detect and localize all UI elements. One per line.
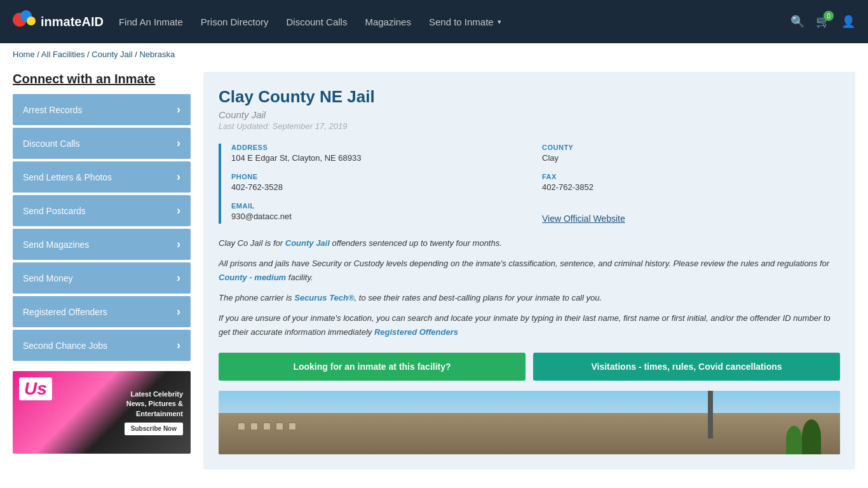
sidebar-arrow-icon: ›: [177, 137, 180, 150]
photo-building: [219, 413, 840, 454]
sidebar-btn-second-chance-jobs[interactable]: Second Chance Jobs ›: [13, 330, 191, 361]
desc-p4: If you are unsure of your inmate's locat…: [219, 311, 840, 339]
sidebar-arrow-icon: ›: [177, 204, 180, 217]
sidebar-btn-label: Send Postcards: [23, 206, 86, 216]
nav-find-inmate[interactable]: Find An Inmate: [119, 17, 183, 27]
facility-subtitle: County Jail: [219, 109, 840, 120]
fax-value: 402-762-3852: [542, 182, 840, 192]
main-nav: Find An Inmate Prison Directory Discount…: [119, 17, 775, 27]
sidebar-ad[interactable]: Us Latest Celebrity News, Pictures & Ent…: [13, 371, 191, 454]
sidebar-btn-send-magazines[interactable]: Send Magazines ›: [13, 229, 191, 260]
sidebar-arrow-icon: ›: [177, 103, 180, 116]
logo[interactable]: inmateAID: [13, 10, 104, 33]
sidebar-btn-registered-offenders[interactable]: Registered Offenders ›: [13, 296, 191, 327]
photo-sky: [219, 391, 840, 416]
sidebar-btn-send-money[interactable]: Send Money ›: [13, 262, 191, 294]
fax-block: FAX 402-762-3852: [542, 173, 840, 192]
ad-line3: Entertainment: [125, 409, 183, 419]
ad-line1: Latest Celebrity: [125, 390, 183, 399]
email-block: EMAIL 930@datacc.net: [231, 202, 529, 224]
cart-icon[interactable]: 🛒 0: [816, 15, 830, 29]
phone-label: PHONE: [231, 173, 529, 180]
address-label: ADDRESS: [231, 144, 529, 151]
action-buttons: Looking for an inmate at this facility? …: [219, 353, 840, 381]
content-panel: Clay County NE Jail County Jail Last Upd…: [203, 72, 855, 470]
facility-photo: [219, 391, 840, 454]
facility-title: Clay County NE Jail: [219, 87, 840, 107]
desc-p3: The phone carrier is Securus Tech®, to s…: [219, 291, 840, 305]
sidebar-btn-arrest-records[interactable]: Arrest Records ›: [13, 94, 191, 125]
breadcrumb-nebraska[interactable]: Nebraska: [139, 50, 175, 59]
county-label: COUNTY: [542, 144, 840, 151]
county-block: COUNTY Clay: [542, 144, 840, 163]
sidebar-btn-label: Registered Offenders: [23, 307, 107, 317]
county-value: Clay: [542, 153, 840, 163]
sidebar-arrow-icon: ›: [177, 305, 180, 318]
cart-badge: 0: [824, 11, 834, 21]
info-grid: ADDRESS 104 E Edgar St, Clayton, NE 6893…: [231, 144, 840, 224]
nav-discount-calls[interactable]: Discount Calls: [287, 17, 348, 27]
sidebar-btn-label: Discount Calls: [23, 139, 79, 149]
sidebar-btn-label: Arrest Records: [23, 105, 82, 115]
breadcrumb-all-facilities[interactable]: All Facilities: [41, 50, 85, 59]
sidebar-title: Connect with an Inmate: [13, 72, 191, 86]
email-label: EMAIL: [231, 202, 529, 210]
user-icon[interactable]: 👤: [841, 15, 855, 29]
sidebar-arrow-icon: ›: [177, 238, 180, 251]
header: inmateAID Find An Inmate Prison Director…: [0, 0, 868, 43]
ad-subscribe-btn[interactable]: Subscribe Now: [125, 423, 183, 435]
sidebar-btn-label: Send Magazines: [23, 240, 89, 250]
sidebar: Connect with an Inmate Arrest Records › …: [13, 72, 191, 470]
sidebar-btn-discount-calls[interactable]: Discount Calls ›: [13, 128, 191, 159]
breadcrumb-county-jail[interactable]: County Jail: [92, 50, 132, 59]
sidebar-arrow-icon: ›: [177, 271, 180, 285]
sidebar-btn-label: Second Chance Jobs: [23, 341, 107, 351]
last-updated: Last Updated: September 17, 2019: [219, 121, 840, 131]
sidebar-btn-send-postcards[interactable]: Send Postcards ›: [13, 195, 191, 226]
phone-value: 402-762-3528: [231, 182, 529, 192]
breadcrumb: Home / All Facilities / County Jail / Ne…: [0, 43, 868, 65]
website-block: View Official Website: [542, 202, 840, 224]
desc-p1: Clay Co Jail is for County Jail offender…: [219, 236, 840, 250]
ad-text: Latest Celebrity News, Pictures & Entert…: [125, 390, 183, 435]
search-icon[interactable]: 🔍: [790, 15, 804, 29]
breadcrumb-home[interactable]: Home: [13, 50, 35, 59]
facility-info-block: ADDRESS 104 E Edgar St, Clayton, NE 6893…: [219, 144, 840, 224]
desc-p2: All prisons and jails have Security or C…: [219, 257, 840, 285]
county-jail-link[interactable]: County Jail: [285, 238, 330, 248]
website-link[interactable]: View Official Website: [542, 214, 625, 224]
nav-prison-directory[interactable]: Prison Directory: [201, 17, 269, 27]
address-value: 104 E Edgar St, Clayton, NE 68933: [231, 153, 529, 163]
phone-block: PHONE 402-762-3528: [231, 173, 529, 192]
visitations-btn[interactable]: Visitations - times, rules, Covid cancel…: [533, 353, 840, 381]
header-icons: 🔍 🛒 0 👤: [790, 15, 855, 29]
nav-send-dropdown-icon: ▾: [498, 18, 501, 26]
sidebar-arrow-icon: ›: [177, 339, 180, 352]
main-layout: Connect with an Inmate Arrest Records › …: [0, 65, 868, 476]
county-medium-link[interactable]: County - medium: [219, 273, 286, 282]
ad-line2: News, Pictures &: [125, 399, 183, 409]
nav-magazines[interactable]: Magazines: [365, 17, 411, 27]
find-inmate-btn[interactable]: Looking for an inmate at this facility?: [219, 353, 526, 381]
sidebar-btn-send-letters[interactable]: Send Letters & Photos ›: [13, 161, 191, 193]
address-block: ADDRESS 104 E Edgar St, Clayton, NE 6893…: [231, 144, 529, 163]
sidebar-btn-label: Send Letters & Photos: [23, 172, 112, 182]
fax-label: FAX: [542, 173, 840, 180]
registered-offenders-link[interactable]: Registered Offenders: [374, 327, 458, 337]
securus-link[interactable]: Securus Tech®: [294, 293, 354, 302]
email-value: 930@datacc.net: [231, 212, 529, 221]
ad-logo: Us: [19, 377, 52, 400]
logo-text: inmateAID: [41, 15, 104, 29]
sidebar-arrow-icon: ›: [177, 170, 180, 184]
description-section: Clay Co Jail is for County Jail offender…: [219, 236, 840, 340]
nav-send-to-inmate[interactable]: Send to Inmate: [429, 17, 494, 27]
sidebar-btn-label: Send Money: [23, 273, 73, 283]
